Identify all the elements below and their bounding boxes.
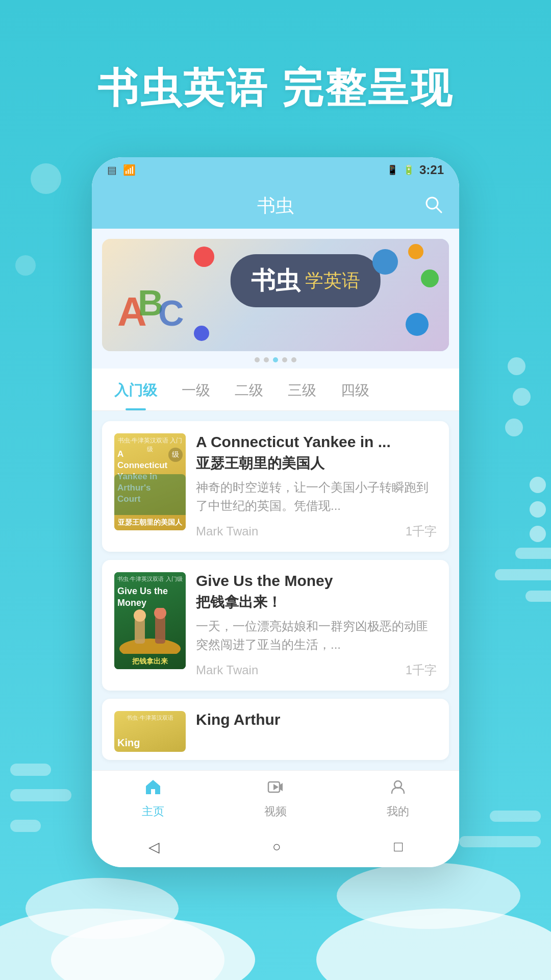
book-cover-title-2: Give Us the Money <box>117 585 183 609</box>
deco-cr1 <box>530 477 546 493</box>
home-button[interactable]: ○ <box>272 839 281 855</box>
book-words-2: 1千字 <box>406 662 437 678</box>
book-list: 书虫·牛津英汉双语 入门级 级 A Connecticut Yankee in … <box>92 411 459 770</box>
book-author-1: Mark Twain <box>196 524 258 538</box>
book-level-badge-1: 级 <box>168 448 183 462</box>
battery-icon: 🔋 <box>403 164 414 176</box>
book-series-label-2: 书虫·牛津英汉双语 入门级 <box>116 575 184 583</box>
book-meta-2: Mark Twain 1千字 <box>196 662 437 678</box>
status-left-icons: ▤ 📶 <box>107 164 136 176</box>
tab-level3[interactable]: 三级 <box>276 369 329 410</box>
book-cover-cn-2: 把钱拿出来 <box>114 657 186 666</box>
banner-text-sub: 学英语 <box>305 268 360 293</box>
svg-line-1 <box>436 207 441 212</box>
book-cover-3: 书虫·牛津英汉双语 King <box>114 711 186 752</box>
tab-level1[interactable]: 一级 <box>169 369 222 410</box>
dot-5[interactable] <box>291 357 296 362</box>
dot-2[interactable] <box>264 357 269 362</box>
nav-home-label: 主页 <box>142 804 164 819</box>
cloud-bottom-left2 <box>26 878 179 939</box>
deco-blue2 <box>406 313 429 336</box>
wifi-icon: 📶 <box>123 164 136 176</box>
banner-dots <box>102 351 449 369</box>
signal-icon: 📱 <box>387 164 398 176</box>
deco-yellow <box>408 244 423 259</box>
deco-purple <box>194 326 209 341</box>
book-info-2: Give Us the Money 把钱拿出来！ 一天，一位漂亮姑娘和一群穷凶极… <box>196 572 437 678</box>
book-card-1[interactable]: 书虫·牛津英汉双语 入门级 级 A Connecticut Yankee in … <box>102 421 449 552</box>
svg-point-5 <box>119 639 181 654</box>
banner[interactable]: A B C 书虫 学英语 <box>102 239 449 351</box>
phone-mockup: ▤ 📶 📱 🔋 3:21 书虫 <box>92 157 459 867</box>
dot-1[interactable] <box>255 357 260 362</box>
sim-icon: ▤ <box>107 164 117 176</box>
app-header: 书虫 <box>92 183 459 229</box>
svg-point-8 <box>134 609 146 622</box>
nav-home[interactable]: 主页 <box>142 778 164 819</box>
svg-rect-6 <box>135 618 145 644</box>
book-cover-art-2 <box>114 608 186 654</box>
deco-pill-right-1 <box>515 548 551 559</box>
book-cover-2: 书虫·牛津英汉双语 入门级 Give Us the Money 把钱拿出来 <box>114 572 186 669</box>
status-bar: ▤ 📶 📱 🔋 3:21 <box>92 157 459 183</box>
nav-profile-label: 我的 <box>387 804 409 819</box>
book-title-cn-1: 亚瑟王朝里的美国人 <box>196 454 437 473</box>
tab-beginner[interactable]: 入门级 <box>102 369 169 410</box>
deco-pill-right-2 <box>495 569 551 580</box>
deco-circles-right <box>530 477 546 542</box>
book-meta-1: Mark Twain 1千字 <box>196 523 437 540</box>
tab-level2[interactable]: 二级 <box>222 369 276 410</box>
nav-video-label: 视频 <box>264 804 287 819</box>
user-icon <box>389 778 407 801</box>
svg-text:C: C <box>158 293 184 333</box>
nav-video[interactable]: 视频 <box>264 778 287 819</box>
book-title-en-1: A Connecticut Yankee in ... <box>196 433 437 451</box>
deco-cr3 <box>530 526 546 542</box>
book-info-3: King Arthur <box>196 711 437 731</box>
tabs-bar: 入门级 一级 二级 三级 四级 <box>92 369 459 411</box>
book-cover-1: 书虫·牛津英汉双语 入门级 级 A Connecticut Yankee in … <box>114 433 186 530</box>
page-title: 书虫英语 完整呈现 <box>0 0 551 116</box>
nav-profile[interactable]: 我的 <box>387 778 409 819</box>
deco-pill-right-3 <box>525 591 551 602</box>
app-title: 书虫 <box>257 193 294 218</box>
deco-cr2 <box>530 501 546 518</box>
book-title-cn-2: 把钱拿出来！ <box>196 593 437 612</box>
book-cover-cn-1: 亚瑟王朝里的美国人 <box>114 518 186 527</box>
book-title-en-3: King Arthur <box>196 711 437 728</box>
book-cover-art-1 <box>114 474 186 515</box>
book-card-3[interactable]: 书虫·牛津英汉双语 King King Arthur <box>102 699 449 760</box>
home-icon <box>144 778 162 801</box>
recents-button[interactable]: □ <box>394 839 403 855</box>
book-desc-2: 一天，一位漂亮姑娘和一群穷凶极恶的动匪突然闯进了亚当的生活，... <box>196 617 437 654</box>
book-author-2: Mark Twain <box>196 663 258 677</box>
dot-4[interactable] <box>282 357 287 362</box>
banner-cloud: 书虫 学英语 <box>231 254 381 307</box>
tab-level4[interactable]: 四级 <box>329 369 382 410</box>
book-words-1: 1千字 <box>406 523 437 540</box>
book-card-2[interactable]: 书虫·牛津英汉双语 入门级 Give Us the Money 把钱拿出来 <box>102 560 449 691</box>
bottom-nav: 主页 视频 我的 <box>92 770 459 826</box>
phone-wrapper: ▤ 📶 📱 🔋 3:21 书虫 <box>0 157 551 867</box>
svg-rect-7 <box>155 616 165 644</box>
android-nav: ◁ ○ □ <box>92 826 459 867</box>
search-button[interactable] <box>423 194 444 217</box>
deco-blue <box>372 249 398 275</box>
book-desc-1: 神奇的时空逆转，让一个美国小子转瞬跑到了中世纪的英国。凭借现... <box>196 478 437 515</box>
book-info-1: A Connecticut Yankee in ... 亚瑟王朝里的美国人 神奇… <box>196 433 437 540</box>
dot-3[interactable] <box>273 357 278 362</box>
status-right-icons: 📱 🔋 3:21 <box>387 163 444 177</box>
book-cover-title-3: King <box>117 737 140 749</box>
svg-marker-12 <box>273 784 279 790</box>
banner-area: A B C 书虫 学英语 <box>92 229 459 369</box>
banner-character: A B C <box>112 244 189 346</box>
back-button[interactable]: ◁ <box>148 839 160 855</box>
deco-orange <box>194 247 214 267</box>
book-title-en-2: Give Us the Money <box>196 572 437 590</box>
video-icon <box>266 778 285 801</box>
deco-green <box>421 270 439 287</box>
book-series-label-3: 书虫·牛津英汉双语 <box>116 714 184 722</box>
cloud-bottom-right2 <box>337 863 520 929</box>
banner-text-main: 书虫 <box>251 264 300 297</box>
status-time: 3:21 <box>419 163 444 177</box>
